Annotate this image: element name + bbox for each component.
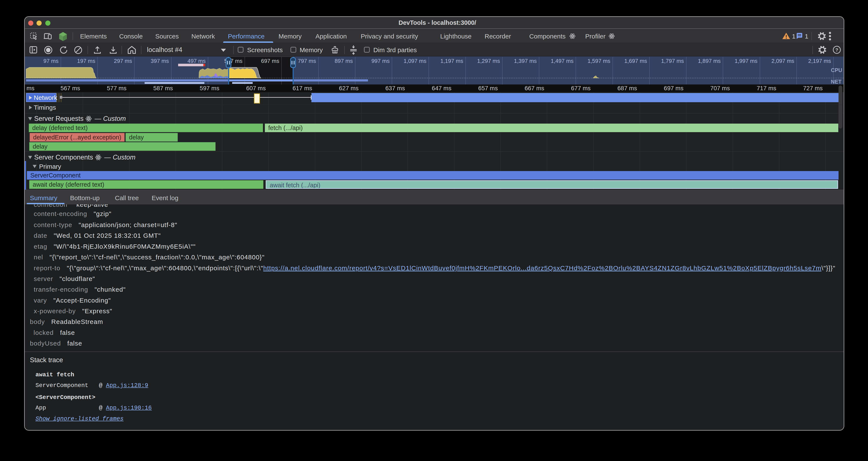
svg-text:?: ? bbox=[835, 47, 838, 53]
